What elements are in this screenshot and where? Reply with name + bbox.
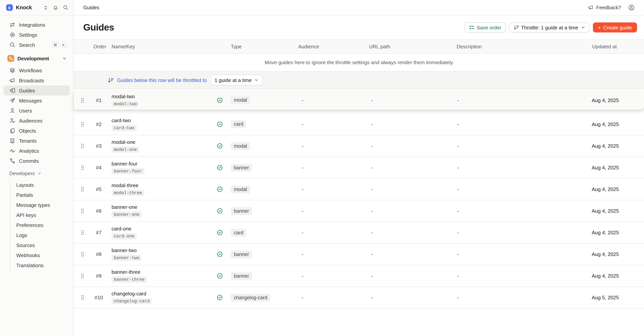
throttle-setting-button[interactable]: Throttle: 1 guide at a time — [509, 22, 590, 32]
create-guide-button[interactable]: + Create guide — [593, 22, 637, 32]
guide-name[interactable]: banner-four — [112, 161, 138, 167]
user-icon — [9, 108, 16, 114]
drag-handle-icon[interactable] — [80, 295, 84, 301]
sidebar-item-workflows[interactable]: Workflows — [4, 65, 70, 75]
table-row[interactable]: #7 card-one card-one card - - - Aug 4, 2… — [74, 222, 644, 243]
row-order-number: #1 — [92, 97, 108, 103]
checklist-icon — [469, 25, 474, 30]
table-row[interactable]: #1 modal-two modal-two modal - - - Aug 4… — [74, 90, 644, 110]
chevron-down-icon — [37, 171, 42, 175]
notifications-bell-icon[interactable] — [53, 5, 58, 10]
table-row[interactable]: #2 card-two card-two card - - - Aug 4, 2… — [74, 113, 644, 135]
workspace-switcher-icon[interactable] — [43, 5, 48, 10]
account-menu-button[interactable] — [628, 4, 635, 11]
sidebar-item-sources[interactable]: Sources — [10, 240, 73, 250]
guide-type-badge: banner — [231, 272, 252, 280]
sidebar-item-layouts[interactable]: Layouts — [10, 180, 73, 190]
feedback-button[interactable]: Feedback? — [588, 5, 621, 10]
guide-name[interactable]: changelog-card — [112, 291, 146, 297]
table-row[interactable]: #10 changelog-card changelog-card change… — [74, 287, 644, 308]
throttle-amount-select[interactable]: 1 guide at a time — [210, 75, 262, 85]
sidebar-item-webhooks[interactable]: Webhooks — [10, 250, 73, 260]
table-row[interactable]: #8 banner-two banner-two banner - - - Au… — [74, 243, 644, 265]
status-active-check-icon — [217, 251, 223, 257]
knock-logo: k — [6, 4, 13, 11]
paper-plane-icon — [9, 97, 16, 104]
sidebar-nav: Integrations Settings Search ⌘ K — [0, 15, 73, 271]
sidebar-item-tenants[interactable]: Tenants — [4, 136, 70, 146]
sidebar-item-analytics[interactable]: Analytics — [4, 146, 70, 156]
drag-handle-icon[interactable] — [80, 251, 84, 257]
table-row[interactable]: #3 modal-one modal-one modal - - - Aug 4… — [74, 135, 644, 157]
description-value: - — [456, 97, 588, 103]
guide-key-badge: changelog-card — [112, 298, 152, 304]
updated-at-value: Aug 4, 2025 — [588, 165, 644, 170]
row-order-number: #9 — [92, 273, 108, 279]
table-row[interactable]: #5 modal-three modal-three modal - - - A… — [74, 178, 644, 200]
throttle-divider-link[interactable]: Guides below this row will be throttled … — [108, 77, 207, 83]
url-path-value: - — [369, 230, 456, 235]
guide-name[interactable]: modal-one — [112, 139, 135, 145]
sidebar-item-broadcasts[interactable]: Broadcasts — [4, 75, 70, 85]
sidebar-item-audiences[interactable]: Audiences — [4, 116, 70, 126]
drag-handle-icon[interactable] — [80, 97, 84, 103]
guide-name[interactable]: banner-one — [112, 204, 137, 210]
table-row[interactable]: #9 banner-three banner-three banner - - … — [74, 265, 644, 287]
table-row[interactable]: #6 banner-one banner-one banner - - - Au… — [74, 200, 644, 222]
drag-handle-icon[interactable] — [80, 121, 84, 127]
sidebar-item-commits[interactable]: Commits — [4, 156, 70, 166]
drag-handle-icon[interactable] — [80, 208, 84, 214]
updated-at-value: Aug 4, 2025 — [588, 273, 644, 279]
guide-name[interactable]: modal-two — [112, 93, 135, 99]
drag-handle-icon[interactable] — [80, 273, 84, 279]
column-header-description: Description — [456, 44, 588, 49]
sidebar-item-search[interactable]: Search ⌘ K — [4, 40, 70, 50]
guide-type-badge: modal — [231, 96, 250, 104]
table-row[interactable]: #4 banner-four banner-four banner - - - … — [74, 157, 644, 178]
guide-name[interactable]: banner-three — [112, 269, 140, 275]
guide-name[interactable]: banner-two — [112, 247, 137, 253]
drag-handle-icon[interactable] — [80, 230, 84, 235]
drag-handle-icon[interactable] — [80, 143, 84, 149]
updated-at-value: Aug 4, 2025 — [588, 143, 644, 149]
sidebar-item-guides[interactable]: Guides — [4, 85, 70, 96]
column-header-name-key: Name/Key — [108, 44, 217, 49]
search-icon[interactable] — [63, 5, 68, 10]
row-order-number: #4 — [92, 165, 108, 170]
integrations-icon — [9, 22, 16, 28]
status-active-check-icon — [217, 273, 223, 279]
guide-name[interactable]: card-one — [112, 226, 132, 232]
sidebar-item-partials[interactable]: Partials — [10, 190, 73, 200]
throttle-divider-row: Guides below this row will be throttled … — [74, 72, 644, 89]
save-order-button[interactable]: Save order — [465, 22, 506, 32]
updated-at-value: Aug 4, 2025 — [588, 251, 644, 257]
sidebar-item-preferences[interactable]: Preferences — [10, 220, 73, 230]
sidebar-item-users[interactable]: Users — [4, 106, 70, 116]
sort-descending-icon — [513, 25, 519, 30]
audience-value: - — [298, 121, 369, 127]
drag-handle-icon[interactable] — [80, 165, 84, 170]
create-guide-label: Create guide — [603, 24, 632, 30]
guide-name[interactable]: card-two — [112, 117, 131, 123]
sidebar-item-objects[interactable]: Objects — [4, 126, 70, 136]
page-title: Guides — [83, 22, 114, 33]
sidebar-item-translations[interactable]: Translations — [10, 260, 73, 270]
sidebar-item-logs[interactable]: Logs — [10, 230, 73, 240]
sidebar-item-message-types[interactable]: Message types — [10, 200, 73, 210]
developers-section-toggle[interactable]: Developers — [4, 168, 70, 178]
save-order-label: Save order — [477, 24, 501, 30]
sidebar-item-settings[interactable]: Settings — [4, 30, 70, 40]
updated-at-value: Aug 4, 2025 — [588, 186, 644, 192]
sidebar-item-api-keys[interactable]: API keys — [10, 210, 73, 220]
sidebar-item-integrations[interactable]: Integrations — [4, 20, 70, 30]
guide-name[interactable]: modal-three — [112, 182, 138, 188]
guide-type-badge: changelog-card — [231, 294, 270, 301]
environment-switcher-development[interactable]: Development — [4, 53, 70, 63]
chevron-down-icon — [62, 56, 66, 60]
drag-handle-icon[interactable] — [80, 186, 84, 192]
topbar: Guides Feedback? — [74, 0, 644, 15]
sidebar-item-messages[interactable]: Messages — [4, 96, 70, 106]
row-order-number: #3 — [92, 143, 108, 149]
status-active-check-icon — [217, 186, 223, 192]
guide-type-badge: banner — [231, 207, 252, 215]
